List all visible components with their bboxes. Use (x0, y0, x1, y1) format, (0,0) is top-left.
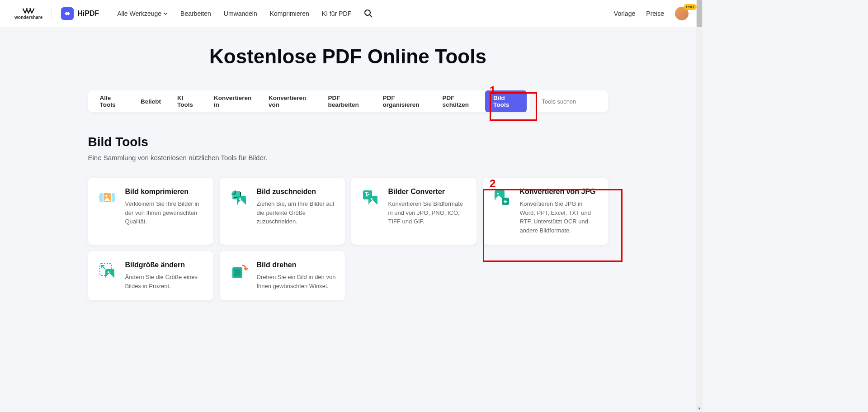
convert-from-jpg-icon (492, 188, 512, 208)
hipdf-brand[interactable]: HiPDF (61, 7, 99, 20)
tool-content: Konvertieren von JPG Konvertieren Sie JP… (520, 188, 599, 235)
tool-content: Bildgröße ändern Ändern Sie die Größe ei… (125, 261, 204, 290)
pro-badge: PRO (684, 4, 697, 10)
tab-popular[interactable]: Beliebt (132, 90, 169, 112)
section-description: Eine Sammlung von kostenlosen nützlichen… (88, 154, 608, 161)
tool-description: Konvertieren Sie JPG in Word, PPT, Excel… (520, 199, 599, 235)
nav-compress[interactable]: Komprimieren (270, 10, 309, 17)
wondershare-logo[interactable]: wondershare (14, 7, 42, 20)
compress-image-icon (97, 188, 117, 208)
header: wondershare HiPDF Alle Werkzeuge Bearbei… (0, 0, 703, 27)
tabs-row: Alle Tools Beliebt KI Tools Konvertieren… (88, 90, 608, 112)
category-tabs: Alle Tools Beliebt KI Tools Konvertieren… (88, 90, 530, 112)
tool-card-compress-image[interactable]: Bild komprimieren Verkleinern Sie Ihre B… (88, 178, 213, 245)
header-left: wondershare HiPDF Alle Werkzeuge Bearbei… (14, 7, 373, 20)
nav-template-label: Vorlage (614, 10, 635, 17)
nav-all-tools[interactable]: Alle Werkzeuge (117, 10, 168, 17)
tools-search-input[interactable] (542, 98, 618, 105)
chevron-down-icon (163, 11, 168, 16)
nav-convert-label: Umwandeln (224, 10, 257, 17)
nav-pricing-label: Preise (646, 10, 664, 17)
rotate-image-icon (229, 261, 249, 281)
tool-description: Ziehen Sie, um Ihre Bilder auf die perfe… (257, 199, 336, 226)
nav-menu: Alle Werkzeuge Bearbeiten Umwandeln Komp… (117, 9, 373, 18)
header-right: Vorlage Preise PRO (614, 7, 689, 20)
tool-description: Verkleinern Sie Ihre Bilder in der von I… (125, 199, 204, 226)
wondershare-text: wondershare (14, 15, 42, 20)
avatar-container[interactable]: PRO (675, 7, 689, 20)
tool-card-rotate-image[interactable]: Bild drehen Drehen Sie ein Bild in den v… (220, 251, 345, 300)
crop-image-icon (229, 188, 249, 208)
scrollbar-track[interactable]: ▲ ▼ (696, 0, 703, 412)
svg-point-8 (239, 198, 241, 200)
container: Alle Tools Beliebt KI Tools Konvertieren… (88, 90, 608, 300)
tab-convert-to[interactable]: Konvertieren in (206, 90, 260, 112)
svg-point-17 (108, 271, 109, 273)
nav-template[interactable]: Vorlage (614, 10, 635, 17)
nav-pricing[interactable]: Preise (646, 10, 664, 17)
nav-ai-pdf-label: KI für PDF (322, 10, 351, 17)
tool-description: Ändern Sie die Größe eines Bildes in Pro… (125, 273, 204, 290)
nav-compress-label: Komprimieren (270, 10, 309, 17)
tool-title: Bildgröße ändern (125, 261, 204, 269)
section-title: Bild Tools (88, 135, 608, 149)
tool-title: Bild zuschneiden (257, 188, 336, 196)
wondershare-icon (22, 7, 35, 15)
svg-point-5 (105, 195, 107, 197)
tool-card-convert-from-jpg[interactable]: Konvertieren von JPG Konvertieren Sie JP… (483, 178, 608, 245)
svg-line-1 (370, 15, 372, 17)
tab-ai-tools[interactable]: KI Tools (169, 90, 206, 112)
hipdf-logo-icon (61, 7, 74, 20)
tool-description: Drehen Sie ein Bild in den von Ihnen gew… (257, 273, 336, 290)
header-divider (52, 7, 52, 20)
nav-edit-label: Bearbeiten (180, 10, 211, 17)
tab-convert-from[interactable]: Konvertieren von (260, 90, 320, 112)
tool-card-image-converter[interactable]: Bilder Converter Konvertieren Sie Bildfo… (351, 178, 476, 245)
tool-description: Konvertieren Sie Bildformate in und von … (388, 199, 467, 226)
tool-card-resize-image[interactable]: Bildgröße ändern Ändern Sie die Größe ei… (88, 251, 213, 300)
tab-protect-pdf[interactable]: PDF schützen (434, 90, 486, 112)
tool-title: Bilder Converter (388, 188, 467, 196)
resize-image-icon (97, 261, 117, 281)
svg-point-0 (365, 10, 370, 15)
nav-convert[interactable]: Umwandeln (224, 10, 257, 17)
image-converter-icon (360, 188, 380, 208)
nav-all-tools-label: Alle Werkzeuge (117, 10, 161, 17)
scrollbar-thumb[interactable] (697, 0, 702, 27)
page-title: Kostenlose PDF Online Tools (0, 45, 696, 68)
tool-content: Bild drehen Drehen Sie ein Bild in den v… (257, 261, 336, 290)
tools-search-box[interactable] (536, 90, 608, 112)
tool-title: Bild komprimieren (125, 188, 204, 196)
svg-point-11 (371, 198, 373, 200)
nav-edit[interactable]: Bearbeiten (180, 10, 211, 17)
tool-title: Konvertieren von JPG (520, 188, 599, 196)
tool-content: Bild komprimieren Verkleinern Sie Ihre B… (125, 188, 204, 235)
main-content: Kostenlose PDF Online Tools Alle Tools B… (0, 27, 696, 318)
header-search-icon[interactable] (364, 9, 373, 18)
tool-content: Bild zuschneiden Ziehen Sie, um Ihre Bil… (257, 188, 336, 235)
hipdf-text: HiPDF (77, 9, 99, 18)
tools-grid: Bild komprimieren Verkleinern Sie Ihre B… (88, 178, 608, 300)
annotation-label-2: 2 (490, 177, 495, 190)
tool-title: Bild drehen (257, 261, 336, 269)
tool-content: Bilder Converter Konvertieren Sie Bildfo… (388, 188, 467, 235)
nav-ai-pdf[interactable]: KI für PDF (322, 10, 351, 17)
tab-all-tools[interactable]: Alle Tools (92, 90, 133, 112)
tab-organize-pdf[interactable]: PDF organisieren (375, 90, 434, 112)
tool-card-crop-image[interactable]: Bild zuschneiden Ziehen Sie, um Ihre Bil… (220, 178, 345, 245)
annotation-label-1: 1 (490, 84, 495, 97)
tab-edit-pdf[interactable]: PDF bearbeiten (320, 90, 374, 112)
svg-rect-19 (234, 269, 241, 276)
svg-point-13 (497, 193, 499, 194)
scrollbar-arrow-down-icon[interactable]: ▼ (696, 405, 703, 412)
